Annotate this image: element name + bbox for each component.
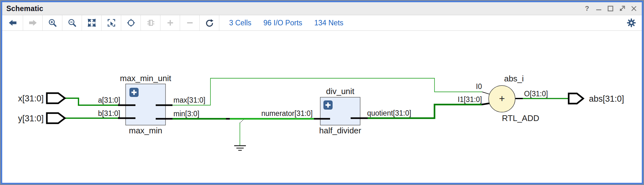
schematic-drawing: x[31:0] y[31:0] abs[31:0] max_min_unit [2, 31, 642, 183]
pin-numerator-label: numerator[31:0] [261, 109, 313, 118]
maximize-icon [607, 5, 614, 12]
help-button[interactable]: ? [583, 4, 591, 13]
schematic-toolbar: 3 Cells 96 I/O Ports 134 Nets [2, 15, 642, 31]
back-icon [8, 19, 17, 27]
pin-o-label: O[31:0] [524, 90, 548, 98]
forward-icon [28, 19, 38, 27]
input-port-y-label: y[31:0] [18, 114, 44, 123]
pin-b-label: b[31:0] [98, 109, 120, 118]
cell-adder-instance-label: abs_i [504, 74, 524, 83]
zoom-fit-icon [87, 18, 96, 27]
input-port-x-label: x[31:0] [18, 94, 44, 103]
ground-tap[interactable] [234, 119, 246, 150]
float-button[interactable] [618, 4, 626, 13]
crosshair-icon [127, 18, 135, 27]
output-port-abs[interactable] [569, 93, 583, 104]
cell-max-min-module-label: max_min [129, 126, 162, 135]
window-title: Schematic [6, 4, 43, 13]
gear-icon [627, 18, 636, 28]
adder-operator: + [499, 93, 505, 104]
expand-cone-button[interactable] [141, 15, 160, 30]
close-button[interactable] [630, 4, 638, 13]
minimize-button[interactable] [595, 4, 603, 13]
autofit-selection-button[interactable] [121, 15, 141, 30]
pin-max-label: max[31:0] [173, 96, 205, 104]
regenerate-button[interactable] [200, 15, 219, 30]
minimize-icon [595, 5, 602, 12]
pin-a-label: a[31:0] [98, 96, 120, 104]
zoom-to-selection-button[interactable] [102, 15, 121, 30]
expand-cell-button[interactable] [129, 88, 139, 97]
maximize-button[interactable] [606, 4, 615, 13]
pin-i0-label: I0 [476, 82, 482, 91]
output-port-abs-label: abs[31:0] [589, 94, 624, 104]
zoom-to-selection-icon [107, 18, 116, 27]
stats-links: 3 Cells 96 I/O Ports 134 Nets [219, 15, 349, 30]
pin-i1-label: I1[31:0] [458, 95, 482, 104]
pin-quotient-label: quotient[31:0] [367, 109, 411, 117]
toolbar-spacer [349, 15, 627, 30]
ground-icon [234, 146, 246, 150]
cell-max-min-unit[interactable]: max_min_unit a[31:0] b[ [98, 73, 205, 135]
plus-icon [166, 18, 175, 27]
refresh-icon [205, 18, 214, 27]
float-icon [619, 5, 626, 12]
forward-button[interactable] [23, 15, 43, 30]
pin-min-label: min[3:0] [173, 110, 199, 118]
schematic-window: Schematic ? [1, 1, 643, 184]
cell-adder-module-label: RTL_ADD [502, 113, 539, 123]
zoom-out-icon [68, 18, 77, 27]
cell-max-min-instance-label: max_min_unit [120, 73, 172, 83]
title-bar: Schematic ? [2, 2, 642, 15]
schematic-canvas[interactable]: x[31:0] y[31:0] abs[31:0] max_min_unit [2, 31, 642, 183]
settings-button[interactable] [627, 15, 642, 30]
help-icon: ? [585, 4, 589, 13]
cell-div-module-label: half_divider [319, 126, 361, 135]
zoom-out-button[interactable] [62, 15, 82, 30]
zoom-in-button[interactable] [43, 15, 62, 30]
expand-button[interactable] [160, 15, 180, 30]
cell-div-instance-label: div_unit [326, 86, 354, 96]
cells-count-link[interactable]: 3 Cells [223, 19, 257, 27]
window-controls: ? [583, 4, 638, 13]
collapse-button[interactable] [180, 15, 200, 30]
app-shell: Schematic ? [0, 0, 644, 185]
zoom-fit-button[interactable] [82, 15, 102, 30]
zoom-in-icon [48, 18, 57, 27]
input-port-y[interactable] [47, 113, 65, 123]
cell-div-unit[interactable]: div_unit numerator[31:0] quotient[31:0] [261, 86, 411, 135]
expand-cell-button[interactable] [323, 100, 333, 110]
nets-count-link[interactable]: 134 Nets [308, 19, 349, 27]
chip-icon [146, 18, 155, 27]
back-button[interactable] [2, 15, 23, 30]
minus-icon [185, 18, 194, 27]
input-port-x[interactable] [47, 93, 65, 103]
close-icon [630, 5, 637, 12]
io-ports-count-link[interactable]: 96 I/O Ports [257, 19, 308, 27]
